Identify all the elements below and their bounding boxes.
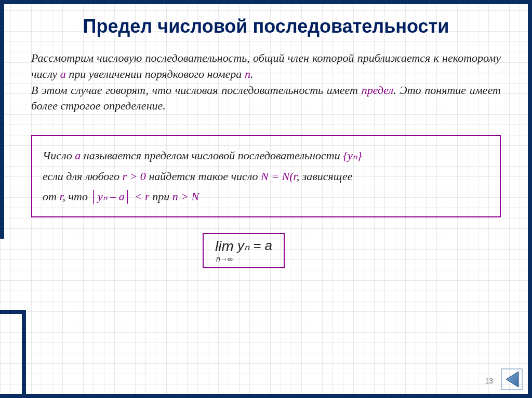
limit-word: предел — [362, 84, 393, 97]
lim-text: lim — [215, 238, 234, 255]
svg-marker-1 — [506, 372, 518, 387]
formula-body: yₙ = a — [234, 238, 272, 253]
def-text-8: при — [152, 190, 172, 203]
intro-text-4: В этом случае говорят, что числовая посл… — [31, 84, 362, 97]
def-n-gt-N: n > N — [172, 190, 200, 203]
intro-text-2: при увеличении порядкового номера — [66, 67, 245, 80]
def-text-6: от — [43, 190, 59, 203]
intro-paragraph: Рассмотрим числовую последовательность, … — [31, 50, 501, 114]
def-r-gt-0: r > 0 — [122, 170, 145, 183]
def-variable-a: a — [75, 149, 81, 162]
slide-content: Предел числовой последовательности Рассм… — [0, 0, 532, 284]
page-number: 13 — [485, 377, 493, 385]
border-right — [528, 0, 532, 398]
formula-box: lim n→∞ yₙ = a — [203, 233, 285, 268]
def-text-5: , зависящее — [297, 170, 353, 183]
def-text-4: найдется такое число — [146, 170, 261, 183]
variable-a: a — [60, 67, 66, 80]
border-bottom — [0, 394, 532, 398]
triangle-left-icon — [501, 368, 523, 390]
variable-n: n — [245, 67, 250, 80]
slide-title: Предел числовой последовательности — [31, 16, 501, 37]
def-text-7: , что — [63, 190, 91, 203]
border-top — [0, 0, 532, 4]
def-abs-expr: │yₙ – a│ — [90, 190, 131, 203]
limit-operator: lim n→∞ — [215, 238, 234, 263]
definition-box: Число a называется пределом числовой пос… — [31, 135, 501, 217]
def-lt-r: < r — [131, 190, 152, 203]
lim-subscript: n→∞ — [215, 255, 234, 263]
border-left-lower — [22, 332, 26, 394]
def-yn-braces: {yₙ} — [343, 149, 362, 162]
border-left-upper — [0, 0, 4, 239]
def-text-3: если для любого — [43, 170, 122, 183]
back-button[interactable] — [501, 368, 523, 390]
def-text-1: Число — [43, 149, 75, 162]
intro-text-3: . — [250, 67, 254, 80]
def-text-2: называется пределом числовой последовате… — [81, 149, 343, 162]
def-N-eq: N = N(r — [261, 170, 297, 183]
